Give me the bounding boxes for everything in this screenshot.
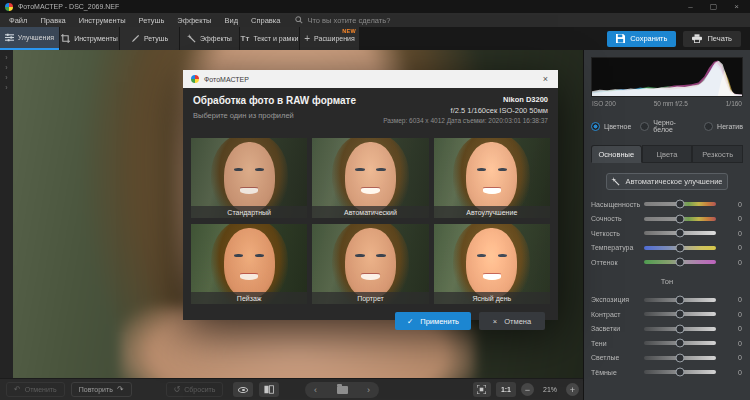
- chevron-right-icon: ›: [5, 54, 7, 61]
- slider-knob[interactable]: [676, 229, 685, 238]
- preview-original-button[interactable]: [233, 382, 253, 397]
- slider-knob[interactable]: [676, 243, 685, 252]
- tab-extensions[interactable]: NEW + Расширения: [300, 27, 359, 50]
- slider-knob[interactable]: [676, 258, 685, 267]
- tab-label: Расширения: [314, 35, 355, 42]
- auto-enhance-button[interactable]: Автоматическое улучшение: [606, 173, 728, 190]
- menu-effects[interactable]: Эффекты: [177, 16, 211, 25]
- slider-highlights: Засветки 0: [591, 322, 743, 337]
- dialog-subtitle: Выберите один из профилей: [193, 111, 356, 120]
- slider-track[interactable]: [644, 246, 716, 250]
- slider-knob[interactable]: [676, 324, 685, 333]
- compare-icon: [264, 385, 274, 394]
- slider-track[interactable]: [644, 298, 716, 302]
- zoom-in-button[interactable]: +: [566, 383, 579, 396]
- profile-landscape[interactable]: Пейзаж: [191, 224, 307, 304]
- maximize-button[interactable]: ▢: [710, 0, 718, 13]
- app-logo-icon: [191, 75, 199, 83]
- menu-help[interactable]: Справка: [251, 16, 280, 25]
- save-button[interactable]: Сохранить: [607, 31, 676, 47]
- radio-selected-icon: [591, 122, 600, 131]
- zoom-out-button[interactable]: −: [521, 383, 534, 396]
- slider-track[interactable]: [644, 202, 716, 206]
- tab-retouch[interactable]: Ретушь: [120, 27, 179, 50]
- mode-bw[interactable]: Черно-белое: [640, 119, 695, 133]
- radio-icon: [640, 122, 649, 131]
- slider-track[interactable]: [644, 231, 716, 235]
- minimize-button[interactable]: –: [688, 0, 692, 13]
- dialog-title: Обработка фото в RAW формате: [193, 95, 356, 106]
- tab-label: Ретушь: [144, 35, 168, 42]
- profile-portrait[interactable]: Портрет: [312, 224, 428, 304]
- dialog-close-button[interactable]: ×: [541, 74, 550, 84]
- reset-button[interactable]: ↺ Сбросить: [166, 382, 224, 397]
- title-bar: ФотоМАСТЕР - DSC_2069.NEF – ▢ ×: [0, 0, 750, 13]
- profile-label: Пейзаж: [191, 292, 307, 304]
- slider-track[interactable]: [644, 260, 716, 264]
- slider-track[interactable]: [644, 327, 716, 331]
- slider-knob[interactable]: [676, 214, 685, 223]
- slider-track[interactable]: [644, 370, 716, 374]
- before-after-button[interactable]: [259, 382, 279, 397]
- menu-edit[interactable]: Правка: [40, 16, 65, 25]
- left-collapse-strip[interactable]: › › › ›: [0, 50, 13, 378]
- menu-retouch[interactable]: Ретушь: [139, 16, 165, 25]
- floppy-icon: [616, 34, 625, 43]
- cancel-button[interactable]: × Отмена: [479, 312, 545, 330]
- menu-tools[interactable]: Инструменты: [79, 16, 126, 25]
- text-tool-icon: Tт: [241, 34, 250, 43]
- tab-label: Инструменты: [74, 35, 118, 42]
- apply-button[interactable]: ✓ Применить: [395, 312, 471, 330]
- slider-knob[interactable]: [676, 368, 685, 377]
- chevron-right-icon: ›: [5, 74, 7, 81]
- plus-icon: +: [304, 33, 310, 44]
- slider-track[interactable]: [644, 312, 716, 316]
- auto-enhance-label: Автоматическое улучшение: [625, 177, 722, 186]
- slider-knob[interactable]: [676, 339, 685, 348]
- slider-knob[interactable]: [676, 295, 685, 304]
- radio-icon: [704, 122, 713, 131]
- profile-automatic[interactable]: Автоматический: [312, 138, 428, 218]
- chevron-right-icon: ›: [5, 84, 7, 91]
- slider-vibrance: Сочность 0: [591, 212, 743, 227]
- slider-track[interactable]: [644, 217, 716, 221]
- slider-track[interactable]: [644, 356, 716, 360]
- close-button[interactable]: ×: [734, 0, 739, 13]
- fit-to-screen-button[interactable]: [473, 382, 491, 397]
- mode-color[interactable]: Цветное: [591, 122, 631, 131]
- save-label: Сохранить: [630, 34, 667, 43]
- profile-clear-day[interactable]: Ясный день: [434, 224, 550, 304]
- next-photo-button[interactable]: ›: [367, 383, 370, 397]
- prev-photo-button[interactable]: ‹: [314, 383, 317, 397]
- new-badge: NEW: [342, 28, 356, 34]
- zoom-one-to-one-button[interactable]: 1:1: [496, 382, 516, 397]
- undo-icon: ↶: [14, 385, 21, 394]
- photo-navigator: ‹ ›: [305, 382, 379, 398]
- folder-icon[interactable]: [337, 386, 348, 394]
- panel-tab-basic[interactable]: Основные: [591, 145, 642, 163]
- tab-text-frames[interactable]: Tт Текст и рамки: [240, 27, 299, 50]
- menu-view[interactable]: Вид: [224, 16, 238, 25]
- redo-icon: ↷: [117, 385, 124, 394]
- slider-shadows: Тени 0: [591, 336, 743, 351]
- slider-knob[interactable]: [676, 310, 685, 319]
- undo-button[interactable]: ↶ Отменить: [6, 382, 65, 397]
- tab-effects[interactable]: Эффекты: [180, 27, 239, 50]
- iso-value: ISO 200: [592, 100, 616, 107]
- redo-button[interactable]: Повторить ↷: [71, 382, 132, 397]
- tab-improvements[interactable]: Улучшения: [0, 27, 59, 50]
- tab-tools[interactable]: Инструменты: [60, 27, 119, 50]
- slider-track[interactable]: [644, 341, 716, 345]
- print-button[interactable]: Печать: [683, 31, 741, 47]
- slider-knob[interactable]: [676, 200, 685, 209]
- profile-standard[interactable]: Стандартный: [191, 138, 307, 218]
- profile-auto-enhance[interactable]: Автоулучшение: [434, 138, 550, 218]
- menu-file[interactable]: Файл: [9, 16, 27, 25]
- mode-negative[interactable]: Негатив: [704, 122, 743, 131]
- photomaster-window: ФотоМАСТЕР - DSC_2069.NEF – ▢ × Файл Пра…: [0, 0, 750, 400]
- panel-tab-sharpness[interactable]: Резкость: [692, 145, 743, 163]
- fit-screen-icon: [477, 385, 486, 394]
- slider-knob[interactable]: [676, 353, 685, 362]
- panel-tab-colors[interactable]: Цвета: [642, 145, 693, 163]
- search-box[interactable]: Что вы хотите сделать?: [295, 16, 390, 25]
